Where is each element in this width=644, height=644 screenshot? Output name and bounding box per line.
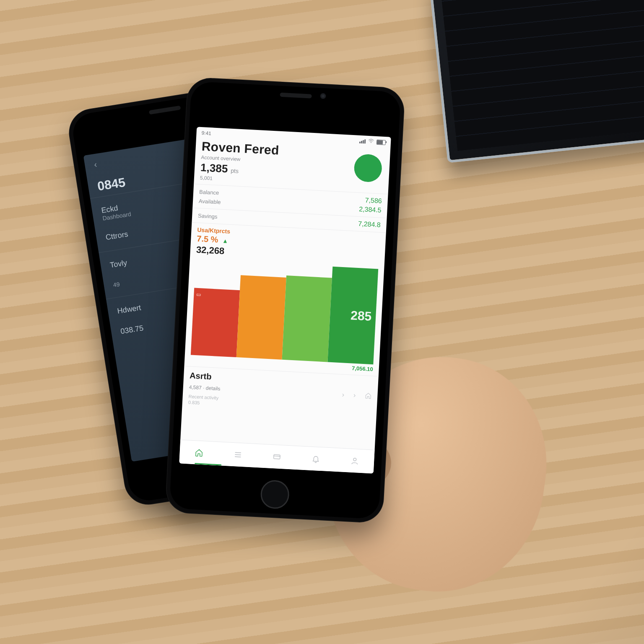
- status-time: 9:41: [201, 130, 211, 136]
- stat-row[interactable]: Savings 7,284.8: [198, 212, 381, 229]
- svg-point-1: [353, 458, 356, 461]
- bell-icon: [312, 454, 320, 463]
- list-icon: [234, 450, 242, 459]
- chart-legend-left: [190, 356, 191, 363]
- bar-4[interactable]: 285: [327, 267, 378, 364]
- stat-value: 2,384.5: [359, 205, 382, 214]
- laptop-background: [429, 0, 644, 163]
- tab-list[interactable]: [234, 450, 242, 459]
- scene-desk: ‹ 0845 Eckd Dashboard Cttrors Tovly ˆ 49: [0, 0, 644, 644]
- chevron-right-icon[interactable]: ›: [353, 392, 356, 400]
- battery-icon: [377, 139, 386, 145]
- accent-secondary: ▲: [222, 237, 229, 244]
- chevron-right-icon[interactable]: ›: [342, 391, 344, 399]
- signal-icon: [359, 139, 366, 143]
- accent-pct: 7.5 %: [197, 234, 218, 245]
- secondary-item-label: 038.75: [120, 324, 144, 336]
- chart-callout: 285: [350, 308, 372, 324]
- back-icon[interactable]: ‹: [93, 160, 98, 170]
- secondary-item-label: Tovly: [109, 258, 128, 270]
- tab-profile[interactable]: [350, 457, 359, 465]
- phone-primary-screen[interactable]: 9:41 Roven Fered Account overview 1,385 …: [179, 127, 391, 473]
- svg-rect-0: [274, 454, 280, 459]
- home-outline-icon[interactable]: [365, 392, 372, 401]
- phone-primary: 9:41 Roven Fered Account overview 1,385 …: [165, 77, 405, 524]
- home-icon: [195, 448, 204, 457]
- section-sub: 4,587 · details: [189, 384, 220, 392]
- tab-home[interactable]: [195, 448, 204, 457]
- stat-label: Savings: [198, 212, 218, 219]
- bar-3[interactable]: [282, 275, 332, 362]
- stat-value: 7,586: [365, 197, 382, 205]
- user-icon: [350, 457, 359, 465]
- tab-alerts[interactable]: [312, 454, 320, 463]
- secondary-item-label: Hdwert: [117, 303, 142, 316]
- stat-label: Balance: [199, 188, 219, 195]
- bar-2[interactable]: [236, 275, 286, 360]
- chart-legend-right: 7,056.10: [352, 365, 373, 373]
- card-icon: [273, 452, 281, 461]
- wifi-icon: [368, 138, 374, 145]
- tab-card[interactable]: [273, 452, 281, 461]
- stat-value: 7,284.8: [358, 220, 381, 229]
- bar-chart[interactable]: ▭ 285: [191, 260, 378, 365]
- bar-1[interactable]: ▭: [191, 288, 240, 357]
- stat-label: Available: [199, 197, 221, 205]
- secondary-item-label: Cttrors: [105, 230, 129, 242]
